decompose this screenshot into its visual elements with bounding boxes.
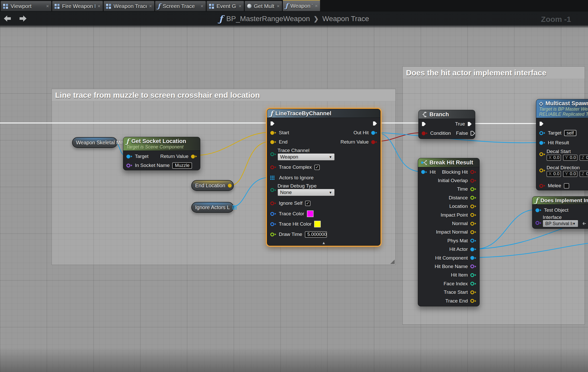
pin-target[interactable] <box>539 131 543 135</box>
pin-start[interactable] <box>270 131 274 135</box>
socket-name-input[interactable]: Muzzle <box>172 162 192 169</box>
pin-hit-actor[interactable] <box>470 247 474 251</box>
pin-trace-hit-color[interactable] <box>270 222 274 226</box>
pin-test-object[interactable] <box>535 208 539 212</box>
pin-ignore-self[interactable] <box>270 201 274 205</box>
pin-interface[interactable] <box>535 221 539 225</box>
melee-checkbox[interactable] <box>564 183 569 189</box>
decal-direction-z-field[interactable]: Z0.0 <box>580 171 588 177</box>
pin-hit-component[interactable] <box>470 256 474 260</box>
tab-weapon-trace[interactable]: ƒ Weapon Trace × <box>283 0 320 11</box>
pin-impact-normal[interactable] <box>470 230 474 234</box>
node-branch[interactable]: Branch True Condition False <box>418 110 475 139</box>
draw-time-input[interactable]: 5.000000 <box>305 231 327 238</box>
pin-hit-result[interactable] <box>539 141 543 145</box>
pin-trace-start[interactable] <box>470 290 474 294</box>
tab-event-graph[interactable]: Event Graph × <box>206 1 244 11</box>
pin-ignore-actors-array-out[interactable] <box>232 205 237 209</box>
pin-hit-bone-name[interactable] <box>470 264 474 268</box>
pin-label: Trace Hit Color <box>279 221 312 227</box>
pin-end[interactable] <box>270 140 274 144</box>
exec-false-pin[interactable] <box>471 131 475 136</box>
comment-resize-handle[interactable] <box>390 260 395 264</box>
decal-start-y-field[interactable]: Y0.0 <box>563 155 577 161</box>
pin-trace-complex[interactable] <box>270 165 274 169</box>
node-end-location[interactable]: End Location <box>191 180 234 191</box>
pin-face-index[interactable] <box>470 282 474 286</box>
node-multicast-spawn-hit[interactable]: ◇ Multicast Spawn Hit En Target is BP Ma… <box>536 99 588 190</box>
pin-condition[interactable] <box>422 131 426 135</box>
pin-trace-color[interactable] <box>270 212 274 216</box>
decal-direction-y-field[interactable]: Y0.0 <box>563 171 577 177</box>
pin-return-value[interactable] <box>191 155 195 158</box>
pin-decal-direction[interactable] <box>539 169 543 172</box>
comment-header[interactable]: Does the hit actor implement interface <box>403 67 585 79</box>
node-weapon-skeletal-mesh[interactable]: Weapon Skeletal Mesh <box>72 137 117 148</box>
pin-phys-mat[interactable] <box>470 239 474 243</box>
decal-direction-x-field[interactable]: X0.0 <box>547 171 561 177</box>
pin-draw-debug-type[interactable] <box>270 188 274 192</box>
pin-initial-overlap[interactable] <box>470 179 474 183</box>
breadcrumb-root[interactable]: BP_MasterRangeWeapon <box>226 15 310 23</box>
comment-header[interactable]: Line trace from muzzle to screen crossha… <box>52 89 395 101</box>
close-icon[interactable]: × <box>98 3 100 9</box>
pin-label: Blocking Hit <box>442 169 468 175</box>
pin-hit-item[interactable] <box>470 273 474 277</box>
tab-bar: Viewport × Fire Weapon Event × Weapon Tr… <box>0 0 588 11</box>
trace-hit-color-swatch[interactable] <box>314 221 321 227</box>
tab-fire-weapon-event[interactable]: Fire Weapon Event × <box>52 1 103 11</box>
close-icon[interactable]: × <box>277 3 280 9</box>
exec-in-pin[interactable] <box>270 121 275 126</box>
pin-location[interactable] <box>470 205 474 208</box>
pin-time[interactable] <box>470 187 474 191</box>
node-does-implement-interface[interactable]: ƒ Does Implement Interfa Test Object Int… <box>532 196 588 229</box>
pin-blocking-hit[interactable] <box>470 170 474 174</box>
collapse-advanced-button[interactable]: ▲ <box>267 239 380 246</box>
pin-melee[interactable] <box>539 184 543 188</box>
close-icon[interactable]: × <box>149 3 152 9</box>
node-get-socket-location[interactable]: ƒ Get Socket Location Target is Scene Co… <box>123 137 200 170</box>
pin-end-location-out[interactable] <box>228 184 232 188</box>
node-ignore-actors[interactable]: Ignore Actors L <box>191 202 234 213</box>
breadcrumb-current[interactable]: Weapon Trace <box>322 15 369 23</box>
pin-out-hit[interactable] <box>371 131 375 135</box>
tab-label: Weapon Trace <box>290 3 313 9</box>
pin-label: Start <box>279 130 289 136</box>
pin-trace-channel[interactable] <box>270 152 274 156</box>
interface-dropdown[interactable]: BP Survival Inver ▼ <box>543 220 578 227</box>
exec-true-pin[interactable] <box>468 122 472 126</box>
exec-in-pin[interactable] <box>422 122 426 126</box>
draw-debug-dropdown[interactable]: None ▼ <box>278 189 335 196</box>
pin-actors-to-ignore-array[interactable] <box>270 176 274 180</box>
tab-screen-trace[interactable]: ƒ Screen Trace × <box>155 1 206 11</box>
exec-out-pin[interactable] <box>373 121 377 126</box>
decal-start-z-field[interactable]: Z0.0 <box>580 155 588 161</box>
pin-trace-end[interactable] <box>470 299 474 303</box>
pin-distance[interactable] <box>470 196 474 200</box>
pin-target[interactable] <box>126 155 130 158</box>
node-line-trace-by-channel[interactable]: ƒ LineTraceByChannel Start Out Hit End R… <box>267 109 381 246</box>
target-self-input[interactable]: self <box>564 130 576 136</box>
pin-decal-start[interactable] <box>539 152 543 156</box>
ignore-self-checkbox[interactable]: ✓ <box>305 201 310 206</box>
trace-complex-checkbox[interactable]: ✓ <box>314 165 320 170</box>
tab-weapon-trace-event[interactable]: Weapon Trace Eve × <box>103 1 154 11</box>
close-icon[interactable]: × <box>239 3 241 9</box>
decal-start-x-field[interactable]: X0.0 <box>547 155 561 161</box>
tab-get-multi-trace[interactable]: Get Multi Trace Ve × <box>245 1 282 11</box>
pin-return-value[interactable] <box>371 140 375 144</box>
browse-arrow-icon[interactable] <box>581 221 586 226</box>
close-icon[interactable]: × <box>201 3 203 9</box>
node-break-hit-result[interactable]: Break Hit Result Hit Blocking Hit Initia… <box>418 158 480 306</box>
close-icon[interactable]: × <box>46 3 49 9</box>
trace-channel-dropdown[interactable]: Weapon ▼ <box>278 153 335 161</box>
pin-hit[interactable] <box>421 170 425 174</box>
pin-normal[interactable] <box>470 222 474 226</box>
pin-draw-time[interactable] <box>270 233 274 236</box>
pin-impact-point[interactable] <box>470 213 474 217</box>
pin-in-socket-name[interactable] <box>126 164 130 167</box>
trace-color-swatch[interactable] <box>307 210 314 217</box>
close-icon[interactable]: × <box>315 3 318 9</box>
exec-in-pin[interactable] <box>539 121 544 126</box>
tab-viewport[interactable]: Viewport × <box>1 1 51 11</box>
